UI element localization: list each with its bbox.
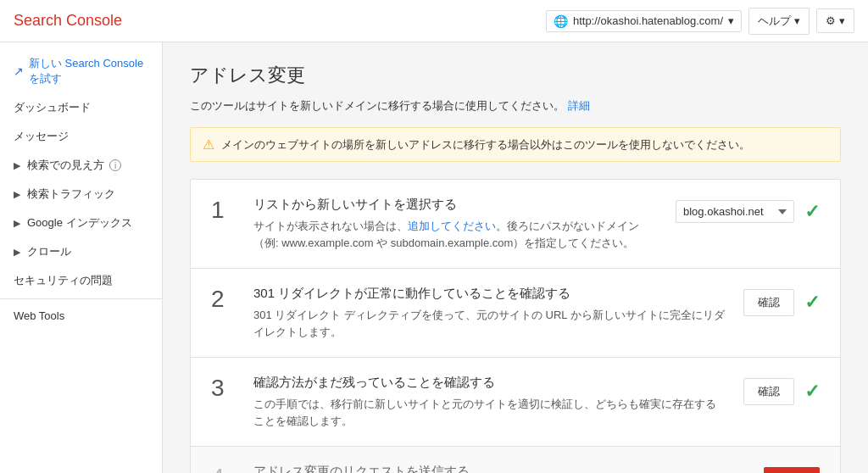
step-2-actions: 確認 ✓ xyxy=(743,286,820,316)
sidebar-divider xyxy=(0,298,162,299)
step-3-actions: 確認 ✓ xyxy=(743,375,820,405)
step-1-title: リストから新しいサイトを選択する xyxy=(253,197,659,213)
step-1-check-icon: ✓ xyxy=(804,201,820,223)
sidebar-search-traffic-label: 検索トラフィック xyxy=(27,186,115,202)
sidebar-item-security[interactable]: セキュリティの問題 xyxy=(0,266,162,295)
step-3-confirm-button[interactable]: 確認 xyxy=(743,378,794,405)
sidebar-item-new-console[interactable]: ↗ 新しい Search Console を試す xyxy=(0,49,162,93)
arrow-right-icon-3: ▶ xyxy=(14,218,20,229)
warning-icon: ⚠ xyxy=(203,136,214,153)
sidebar-item-search-traffic[interactable]: ▶ 検索トラフィック xyxy=(0,180,162,209)
step-1-link[interactable]: 追加してください xyxy=(408,220,496,232)
sidebar-item-search-appearance[interactable]: ▶ 検索での見え方 i xyxy=(0,151,162,180)
arrow-right-icon: ▶ xyxy=(14,160,20,171)
sidebar-messages-label: メッセージ xyxy=(14,129,69,144)
step-3: 3 確認方法がまだ残っていることを確認する この手順では、移行前に新しいサイトと… xyxy=(191,358,840,447)
chevron-down-icon: ▾ xyxy=(728,14,734,27)
step-1-desc: サイトが表示されない場合は、追加してください。後ろにパスがないドメイン（例: w… xyxy=(253,218,659,251)
step-2-content: 301 リダイレクトが正常に動作していることを確認する 301 リダイレクト デ… xyxy=(253,286,726,340)
sidebar-dashboard-label: ダッシュボード xyxy=(14,100,91,115)
step-1-actions: blog.okashoi.net ✓ xyxy=(676,197,820,223)
sidebar-web-tools-label: Web Tools xyxy=(14,309,64,322)
sidebar-item-messages[interactable]: メッセージ xyxy=(0,122,162,151)
step-2-title: 301 リダイレクトが正常に動作していることを確認する xyxy=(253,286,726,302)
help-button[interactable]: ヘルプ ▾ xyxy=(748,8,810,35)
warning-text: メインのウェブサイトの場所を新しいアドレスに移行する場合以外はこのツールを使用し… xyxy=(221,137,750,153)
site-url: http://okashoi.hatenablog.com/ xyxy=(573,14,723,27)
warning-box: ⚠ メインのウェブサイトの場所を新しいアドレスに移行する場合以外はこのツールを使… xyxy=(190,127,841,162)
info-icon[interactable]: i xyxy=(109,159,121,171)
step-2-desc: 301 リダイレクト ディレクティブを使って、元のサイトの URL から新しいサ… xyxy=(253,307,726,340)
help-chevron-icon: ▾ xyxy=(794,14,800,27)
sidebar-item-crawl[interactable]: ▶ クロール xyxy=(0,237,162,266)
sidebar: ↗ 新しい Search Console を試す ダッシュボード メッセージ ▶… xyxy=(0,42,163,473)
send-button[interactable]: 送信 xyxy=(764,467,820,473)
step-1-content: リストから新しいサイトを選択する サイトが表示されない場合は、追加してください。… xyxy=(253,197,659,251)
header-right: 🌐 http://okashoi.hatenablog.com/ ▾ ヘルプ ▾… xyxy=(546,8,854,35)
globe-icon: 🌐 xyxy=(554,14,568,28)
sidebar-new-console-label: 新しい Search Console を試す xyxy=(29,56,148,86)
step-2-confirm-button[interactable]: 確認 xyxy=(743,289,794,316)
description-link[interactable]: 詳細 xyxy=(568,99,590,112)
page-title: アドレス変更 xyxy=(190,63,841,88)
gear-icon: ⚙ xyxy=(826,14,836,27)
site-selector[interactable]: 🌐 http://okashoi.hatenablog.com/ ▾ xyxy=(546,10,742,32)
step-4-actions: 送信 xyxy=(764,464,820,473)
steps-container: 1 リストから新しいサイトを選択する サイトが表示されない場合は、追加してくださ… xyxy=(190,179,841,473)
step-2: 2 301 リダイレクトが正常に動作していることを確認する 301 リダイレクト… xyxy=(191,269,840,358)
page-description: このツールはサイトを新しいドメインに移行する場合に使用してください。 詳細 xyxy=(190,98,841,114)
sidebar-crawl-label: クロール xyxy=(27,244,71,259)
sidebar-security-label: セキュリティの問題 xyxy=(14,273,113,288)
app-logo: Search Console xyxy=(14,12,122,30)
sidebar-item-web-tools[interactable]: Web Tools xyxy=(0,303,162,329)
step-4-title: アドレス変更のリクエストを送信する xyxy=(253,464,747,473)
settings-button[interactable]: ⚙ ▾ xyxy=(816,8,854,33)
main-content: アドレス変更 このツールはサイトを新しいドメインに移行する場合に使用してください… xyxy=(163,42,868,473)
step-3-desc: この手順では、移行前に新しいサイトと元のサイトを適切に検証し、どちらも確実に存在… xyxy=(253,396,726,429)
help-label: ヘルプ xyxy=(758,14,791,29)
step-3-check-icon: ✓ xyxy=(804,381,820,403)
step-4-content: アドレス変更のリクエストを送信する okashoi.hatenablog.com… xyxy=(253,464,747,473)
external-link-icon: ↗ xyxy=(14,64,24,78)
step-1: 1 リストから新しいサイトを選択する サイトが表示されない場合は、追加してくださ… xyxy=(191,180,840,269)
sidebar-item-google-index[interactable]: ▶ Google インデックス xyxy=(0,209,162,237)
step-4: 4 アドレス変更のリクエストを送信する okashoi.hatenablog.c… xyxy=(191,447,840,473)
step-4-number: 4 xyxy=(211,464,236,473)
settings-chevron-icon: ▾ xyxy=(839,14,845,27)
sidebar-item-dashboard[interactable]: ダッシュボード xyxy=(0,93,162,122)
layout: ↗ 新しい Search Console を試す ダッシュボード メッセージ ▶… xyxy=(0,42,868,473)
step-3-number: 3 xyxy=(211,375,236,400)
step-2-check-icon: ✓ xyxy=(804,292,820,314)
header: Search Console 🌐 http://okashoi.hatenabl… xyxy=(0,0,868,42)
sidebar-search-appearance-label: 検索での見え方 xyxy=(27,158,104,173)
site-select[interactable]: blog.okashoi.net xyxy=(676,200,794,223)
arrow-right-icon-4: ▶ xyxy=(14,247,20,258)
step-1-number: 1 xyxy=(211,197,236,222)
step-3-content: 確認方法がまだ残っていることを確認する この手順では、移行前に新しいサイトと元の… xyxy=(253,375,726,429)
sidebar-google-index-label: Google インデックス xyxy=(27,215,132,231)
step-2-number: 2 xyxy=(211,286,236,311)
description-text: このツールはサイトを新しいドメインに移行する場合に使用してください。 xyxy=(190,99,565,112)
arrow-right-icon-2: ▶ xyxy=(14,189,20,200)
step-3-title: 確認方法がまだ残っていることを確認する xyxy=(253,375,726,391)
